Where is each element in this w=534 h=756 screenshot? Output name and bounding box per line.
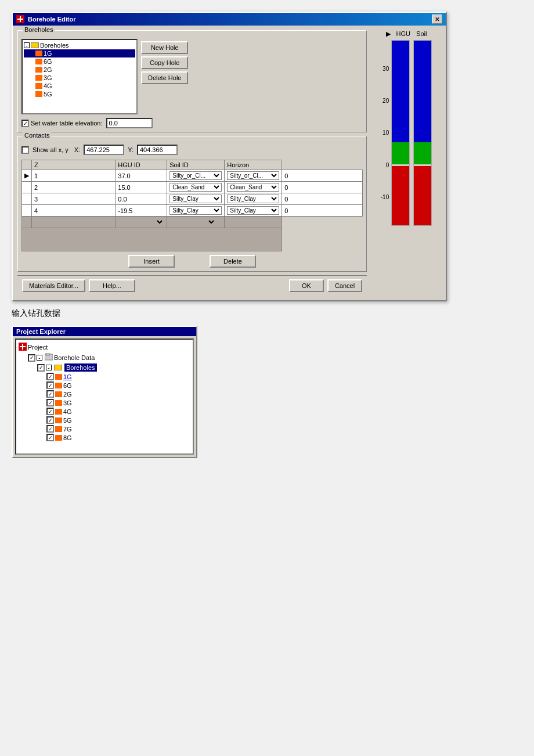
pe-expand-minus-3[interactable]: - [46,365,52,370]
bottom-buttons: Materials Editor... Help... OK Cancel [17,275,367,296]
delete-button[interactable]: Delete [210,255,256,268]
pe-item-4g[interactable]: ✓ 4G [19,407,190,416]
hgu-select-3[interactable]: Silty_Clay [169,195,222,203]
row-num-1: 1 [32,170,116,182]
show-all-row: Show all x, y X: Y: [21,145,363,155]
hgu-select-2[interactable]: Clean_Sand [169,183,222,192]
table-row[interactable]: 2 15.0 Clean_Sand Clean_Sand [22,182,363,193]
table-row[interactable]: 4 -19.5 Silty_Clay Silty_Clay [22,205,363,217]
col-header-z: Z [32,160,116,170]
tree-item-1g[interactable]: 1G [24,49,135,57]
tree-item-label-2g: 2G [44,66,52,73]
pe-body: Project ✓ - Borehole Data ✓ - Boreholes … [15,339,194,455]
row-soil-1[interactable]: Silty_or_Cl... [225,170,282,182]
bars-container [391,40,432,226]
table-row[interactable]: 3 0.0 Silty_Clay Silty_Clay [22,193,363,205]
hgu-select-empty[interactable] [118,218,164,226]
borehole-icon-5g [35,91,42,97]
tree-item-6g[interactable]: 6G [24,57,135,66]
col-header-empty [22,160,32,170]
pe-checkbox-7g[interactable]: ✓ [46,425,54,433]
pe-item-label-3g: 3G [63,399,72,406]
soil-select-2[interactable]: Clean_Sand [227,183,279,192]
pe-root-icon [19,343,27,352]
table-footer: Insert Delete [21,255,363,268]
pe-checkbox-5g[interactable]: ✓ [46,416,54,424]
hgu-blue-segment [392,41,409,142]
pe-borehole-data-checkbox[interactable]: ✓ [28,354,35,362]
pe-item-2g[interactable]: ✓ 2G [19,390,190,398]
materials-editor-button[interactable]: Materials Editor... [22,279,85,292]
pe-item-1g[interactable]: ✓ 1G [19,372,190,381]
delete-hole-button[interactable]: Delete Hole [141,71,188,84]
hgu-select-4[interactable]: Silty_Clay [169,206,222,215]
x-input[interactable] [84,145,124,155]
soil-label: Soil [416,30,427,38]
pe-checkbox-6g[interactable]: ✓ [46,381,54,389]
copy-hole-button[interactable]: Copy Hole [141,56,188,69]
empty-cell [22,228,282,251]
row-hgu-1[interactable]: Silty_or_Cl... [167,170,225,182]
borehole-tree[interactable]: - Boreholes 1G 6G [21,39,138,114]
soil-red-segment [414,164,431,225]
row-soil-4[interactable]: Silty_Clay [225,205,282,217]
pe-item-7g[interactable]: ✓ 7G [19,424,190,433]
pe-item-8g[interactable]: ✓ 8G [19,433,190,442]
row-hgu-2[interactable]: Clean_Sand [167,182,225,193]
insert-button[interactable]: Insert [128,255,175,268]
expand-icon[interactable]: - [24,42,30,48]
pe-expand-minus-2[interactable]: - [37,355,42,361]
table-row[interactable]: ▶ 1 37.0 Silty_or_Cl... Silty_or_Cl... [22,170,363,182]
pe-borehole-icon-7g [55,426,62,432]
water-table-input[interactable] [106,118,153,128]
row-hgu-3[interactable]: Silty_Clay [167,193,225,205]
pe-checkbox-1g[interactable]: ✓ [46,373,54,380]
tree-root[interactable]: - Boreholes [24,41,135,49]
tree-item-label-3g: 3G [44,74,52,81]
water-table-checkbox[interactable]: ✓ [21,120,29,127]
row-arrow-3 [22,193,32,205]
show-all-checkbox[interactable] [21,146,29,154]
row-z-4: -19.5 [116,205,167,217]
pe-item-label-7g: 7G [63,426,72,433]
pe-item-6g[interactable]: ✓ 6G [19,381,190,390]
cancel-button[interactable]: Cancel [327,279,362,292]
ok-button[interactable]: OK [289,279,324,292]
soil-select-4[interactable]: Silty_Clay [227,206,279,215]
row-soil-2[interactable]: Clean_Sand [225,182,282,193]
window-body: Boreholes - Boreholes 1G [13,26,446,300]
pe-boreholes-label: Boreholes [64,363,97,372]
tree-item-5g[interactable]: 5G [24,90,135,98]
pe-checkbox-4g[interactable]: ✓ [46,408,54,415]
pe-checkbox-8g[interactable]: ✓ [46,434,54,441]
water-table-label: Set water table elevation: [31,120,103,127]
pe-checkbox-3g[interactable]: ✓ [46,399,54,406]
title-bar-left: Borehole Editor [16,15,76,23]
soil-select-3[interactable]: Silty_Clay [227,195,279,203]
y-input[interactable] [137,145,178,155]
empty-cell [167,217,225,228]
water-table-line-soil [414,164,431,166]
empty-cell [116,217,167,228]
tree-item-3g[interactable]: 3G [24,74,135,82]
new-hole-button[interactable]: New Hole [141,41,188,54]
pe-item-5g[interactable]: ✓ 5G [19,416,190,424]
row-num-2: 2 [32,182,116,193]
close-button[interactable]: ✕ [432,15,442,24]
pe-item-label-5g: 5G [63,417,72,424]
contacts-group: Contacts Show all x, y X: Y: Z HGU ID [17,136,367,272]
soil-select-1[interactable]: Silty_or_Cl... [227,171,279,180]
chart-arrow: ▶ [386,30,391,38]
row-hgu-4[interactable]: Silty_Clay [167,205,225,217]
tree-item-2g[interactable]: 2G [24,66,135,74]
tree-item-4g[interactable]: 4G [24,82,135,90]
row-num-3: 3 [32,193,116,205]
help-button[interactable]: Help... [89,279,135,292]
soil-select-empty[interactable] [169,218,216,226]
hgu-select-1[interactable]: Silty_or_Cl... [169,171,222,180]
row-soil-3[interactable]: Silty_Clay [225,193,282,205]
pe-boreholes-checkbox[interactable]: ✓ [37,364,45,372]
pe-checkbox-2g[interactable]: ✓ [46,390,54,398]
pe-borehole-icon-2g [55,391,62,397]
pe-item-3g[interactable]: ✓ 3G [19,398,190,407]
